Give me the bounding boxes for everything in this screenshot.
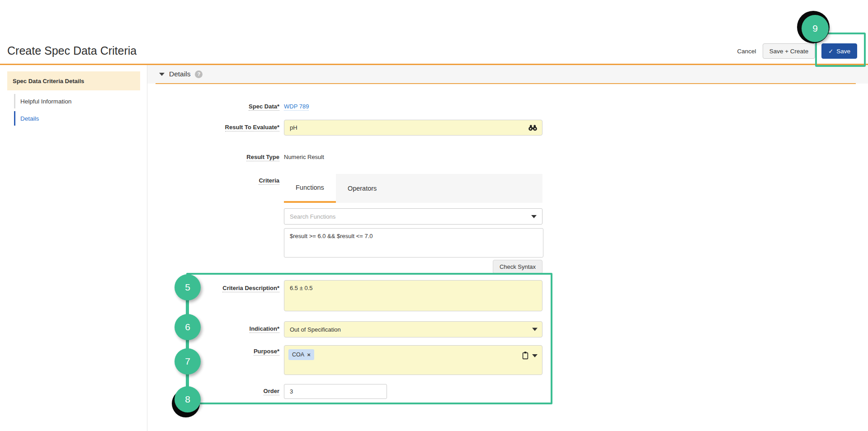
details-section-header[interactable]: Details ? xyxy=(159,70,203,78)
sidebar-divider xyxy=(147,65,147,431)
annotation-step-5: 5 xyxy=(175,274,201,300)
annotation-step-connector xyxy=(186,287,189,399)
indication-select[interactable]: Out of Specification xyxy=(284,321,542,337)
remove-tag-icon[interactable]: ✕ xyxy=(307,352,311,357)
annotation-step-7: 7 xyxy=(175,348,201,375)
criteria-description-textarea[interactable]: 6.5 ± 0.5 xyxy=(284,281,542,311)
annotation-step-8: 8 xyxy=(175,386,201,412)
result-type-value: Numeric Result xyxy=(284,154,324,160)
binoculars-icon[interactable] xyxy=(528,124,538,131)
spec-data-link[interactable]: WDP 789 xyxy=(284,103,309,110)
sidebar-item-details[interactable]: Details xyxy=(14,111,127,126)
clipboard-icon[interactable] xyxy=(522,351,528,360)
criteria-label: Criteria xyxy=(158,177,279,184)
indication-value: Out of Specification xyxy=(284,322,542,337)
criteria-description-wrap: 6.5 ± 0.5 xyxy=(284,280,542,311)
cancel-button[interactable]: Cancel xyxy=(737,48,756,55)
annotation-step-9: 9 xyxy=(802,15,829,42)
chevron-down-icon[interactable] xyxy=(532,354,538,357)
sidebar-item-label: Details xyxy=(20,115,39,122)
result-to-evaluate-label: Result To Evaluate* xyxy=(158,124,279,131)
save-button-label: Save xyxy=(836,48,850,55)
tab-functions[interactable]: Functions xyxy=(284,174,336,203)
criteria-expression-wrap: $result >= 6.0 && $result <= 7.0 xyxy=(284,228,543,258)
details-section-band xyxy=(147,65,868,84)
header-actions: Cancel Save + Create ✓Save xyxy=(737,43,857,59)
purpose-tag-coa[interactable]: COA ✕ xyxy=(288,349,314,360)
tab-operators[interactable]: Operators xyxy=(336,174,388,203)
spec-data-label: Spec Data* xyxy=(158,103,279,110)
sidebar-section-header[interactable]: Spec Data Criteria Details xyxy=(7,71,140,90)
order-input[interactable] xyxy=(284,384,387,398)
criteria-tab-strip: Functions Operators xyxy=(284,174,542,203)
sidebar-section-label: Spec Data Criteria Details xyxy=(13,78,84,84)
sidebar-item-helpful-information[interactable]: Helpful Information xyxy=(14,94,127,108)
order-field-wrap xyxy=(284,384,387,399)
chevron-down-icon[interactable] xyxy=(532,328,538,331)
annotation-step-6: 6 xyxy=(175,314,201,340)
help-icon[interactable]: ? xyxy=(195,70,203,78)
result-to-evaluate-input[interactable] xyxy=(284,120,542,135)
create-spec-data-criteria-page: Create Spec Data Criteria Cancel Save + … xyxy=(0,0,868,431)
search-functions-input[interactable] xyxy=(284,213,531,220)
collapse-chevron-icon[interactable] xyxy=(159,73,165,76)
details-section-divider xyxy=(156,83,856,84)
result-type-label: Result Type xyxy=(158,154,279,160)
check-icon: ✓ xyxy=(828,48,833,55)
page-title: Create Spec Data Criteria xyxy=(7,44,137,57)
criteria-expression-textarea[interactable]: $result >= 6.0 && $result <= 7.0 xyxy=(284,229,543,257)
sidebar-item-label: Helpful Information xyxy=(20,98,71,105)
purpose-multiselect[interactable] xyxy=(284,345,542,375)
purpose-tag-label: COA xyxy=(292,351,304,358)
save-create-button[interactable]: Save + Create xyxy=(763,43,816,59)
search-functions-combo xyxy=(284,208,542,225)
result-to-evaluate-field-wrap xyxy=(284,120,542,136)
save-button[interactable]: ✓Save xyxy=(821,43,857,59)
check-syntax-button[interactable]: Check Syntax xyxy=(493,260,542,274)
details-section-title: Details xyxy=(169,70,190,78)
chevron-down-icon[interactable] xyxy=(531,215,537,218)
